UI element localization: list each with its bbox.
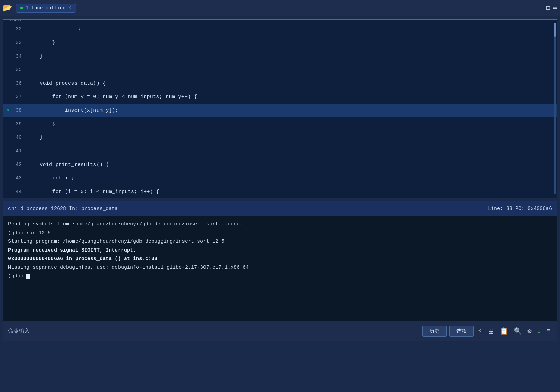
- code-line-41: 41: [3, 144, 557, 158]
- code-area: 32 }33 }34 }3536 void process_data() {37…: [3, 20, 557, 198]
- tab-active-dot: [20, 7, 23, 9]
- code-line-39: 39 }: [3, 117, 557, 131]
- folder-icon[interactable]: 📂: [3, 3, 12, 13]
- line-number-42: 42: [10, 162, 27, 168]
- line-content-43: int i ;: [27, 175, 74, 181]
- console-area: Reading symbols from /home/qiangzhou/che…: [3, 216, 557, 321]
- line-content-40: }: [27, 135, 43, 140]
- file-label: ins.c: [7, 19, 25, 22]
- line-number-44: 44: [10, 189, 27, 195]
- code-line-37: 37 for (num_y = 0; num_y < num_inputs; n…: [3, 90, 557, 104]
- hamburger-icon[interactable]: ≡: [545, 327, 552, 336]
- print-icon[interactable]: 🖨: [486, 327, 496, 336]
- title-bar: 📂 1 face_calling × ⊞ ≡: [0, 0, 560, 16]
- code-line-42: 42 void print_results() {: [3, 158, 557, 171]
- console-line-7: (gdb): [8, 272, 552, 281]
- code-line-44: 44 for (i = 0; i < num_inputs; i++) {: [3, 185, 557, 198]
- line-content-34: }: [27, 53, 43, 59]
- download-icon[interactable]: ↓: [536, 327, 542, 336]
- status-left: child process 12628 In: process_data: [8, 206, 118, 212]
- code-panel: ins.c 32 }33 }34 }3536 void process_data…: [3, 19, 557, 198]
- menu-icon[interactable]: ≡: [553, 4, 557, 12]
- scrollbar-thumb[interactable]: [554, 23, 556, 37]
- line-number-37: 37: [10, 94, 27, 100]
- console-line-2: Starting program: /home/qiangzhou/chenyi…: [8, 237, 552, 246]
- line-content-38: insert(x[num_y]);: [27, 108, 119, 113]
- tab-face-calling[interactable]: 1 face_calling ×: [16, 4, 76, 13]
- options-button[interactable]: 选项: [449, 326, 474, 337]
- line-number-34: 34: [10, 53, 27, 59]
- line-number-43: 43: [10, 175, 27, 181]
- console-line-5: 0x00000000004006a6 in process_data () at…: [8, 255, 552, 263]
- console-line-0: Reading symbols from /home/qiangzhou/che…: [8, 220, 552, 229]
- grid-icon[interactable]: ⊞: [546, 4, 550, 12]
- cmd-input-area: 命令输入: [8, 328, 418, 335]
- status-right: Line: 38 PC: 0x4006a6: [488, 206, 552, 212]
- line-content-32: }: [27, 26, 81, 32]
- tab-close-button[interactable]: ×: [68, 5, 72, 11]
- code-line-43: 43 int i ;: [3, 171, 557, 185]
- line-content-33: }: [27, 40, 56, 46]
- console-line-1: (gdb) run 12 5: [8, 229, 552, 238]
- title-bar-left: 📂 1 face_calling ×: [3, 3, 76, 13]
- line-content-36: void process_data() {: [27, 81, 106, 86]
- console-line-4: Program received signal SIGINT, Interrup…: [8, 246, 552, 255]
- settings-icon[interactable]: ⚙: [526, 326, 533, 336]
- scrollbar[interactable]: [554, 23, 556, 194]
- search-icon[interactable]: 🔍: [512, 326, 523, 336]
- cursor-block: [26, 274, 30, 279]
- clipboard-icon[interactable]: 📋: [498, 326, 510, 336]
- line-number-36: 36: [10, 81, 27, 86]
- code-line-40: 40 }: [3, 131, 557, 144]
- lightning-icon[interactable]: ⚡: [476, 326, 483, 336]
- tab-label: 1 face_calling: [26, 5, 66, 11]
- code-line-34: 34 }: [3, 49, 557, 63]
- line-number-33: 33: [10, 40, 27, 46]
- cmd-label: 命令输入: [8, 328, 30, 335]
- code-line-33: 33 }: [3, 36, 557, 49]
- line-number-40: 40: [10, 135, 27, 140]
- bottom-actions: 历史 选项 ⚡ 🖨 📋 🔍 ⚙ ↓ ≡: [422, 326, 552, 337]
- console-line-6: Missing separate debuginfos, use: debugi…: [8, 263, 552, 272]
- line-content-42: void print_results() {: [27, 162, 109, 168]
- status-bar: child process 12628 In: process_data Lin…: [3, 201, 557, 216]
- bottom-bar: 命令输入 历史 选项 ⚡ 🖨 📋 🔍 ⚙ ↓ ≡: [3, 321, 557, 341]
- code-line-36: 36 void process_data() {: [3, 77, 557, 90]
- title-bar-right: ⊞ ≡: [546, 4, 557, 12]
- line-arrow-38: >: [3, 108, 10, 113]
- history-button[interactable]: 历史: [422, 326, 447, 337]
- line-number-38: 38: [10, 108, 27, 113]
- line-number-39: 39: [10, 121, 27, 127]
- code-line-35: 35: [3, 63, 557, 77]
- line-content-39: }: [27, 121, 56, 127]
- code-line-32: 32 }: [3, 22, 557, 36]
- line-number-35: 35: [10, 67, 27, 73]
- line-content-44: for (i = 0; i < num_inputs; i++) {: [27, 189, 159, 195]
- line-number-32: 32: [10, 26, 27, 32]
- line-number-41: 41: [10, 148, 27, 154]
- code-line-38: >38 insert(x[num_y]);: [3, 104, 557, 117]
- line-content-37: for (num_y = 0; num_y < num_inputs; num_…: [27, 94, 197, 100]
